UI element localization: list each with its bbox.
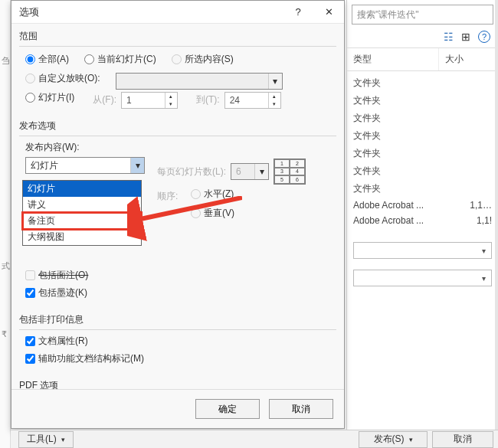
chevron-down-icon[interactable]: ▾ (165, 100, 177, 108)
explorer-iconbar: ☷ ⊞ ? (347, 25, 498, 47)
scrollbar[interactable] (495, 0, 498, 448)
list-item[interactable]: 文件夹 (347, 127, 498, 145)
help-icon: ? (295, 6, 300, 18)
chevron-down-icon[interactable]: ▾ (477, 244, 490, 257)
chevron-down-icon[interactable]: ▾ (269, 100, 280, 108)
dropdown-option-notes[interactable]: 备注页 (23, 213, 141, 229)
chevron-down-icon: ▾ (61, 436, 65, 443)
range-all-radio[interactable]: 全部(A) (25, 53, 69, 66)
obscured-checkbox: 包括面注(O) (25, 269, 88, 282)
list-item[interactable]: 文件夹 (347, 180, 498, 198)
ok-button[interactable]: 确定 (195, 399, 260, 419)
dialog-title: 选项 (19, 5, 283, 19)
order-horiz-radio: 水平(Z) (191, 188, 234, 201)
range-current-radio[interactable]: 当前幻灯片(C) (84, 53, 156, 66)
explorer-field-1[interactable]: ▾ (353, 242, 492, 259)
search-input[interactable]: 搜索"课件迭代" (352, 5, 493, 25)
custom-show-combo: ▾ (116, 73, 283, 90)
order-vert-radio: 垂直(V) (191, 207, 234, 220)
dialog-footer: 确定 取消 (11, 389, 344, 428)
pdf-section: PDF 选项 符合 PDF/A 无法嵌入字体情况下显示文本位图(X) (19, 378, 336, 389)
explorer-field-2[interactable]: ▾ (353, 270, 492, 286)
view-icon[interactable]: ☷ (444, 31, 454, 43)
range-legend: 范围 (19, 28, 336, 47)
explorer-columns: 类型 大小 (347, 47, 498, 71)
chevron-down-icon[interactable]: ▾ (477, 271, 490, 285)
custom-show-radio: 自定义放映(O): (25, 72, 100, 85)
dropdown-option-handouts[interactable]: 讲义 (23, 197, 141, 213)
to-input[interactable] (225, 93, 268, 108)
chevron-down-icon: ▾ (268, 74, 282, 89)
publish-content-label: 发布内容(W): (25, 141, 336, 154)
nonprint-legend: 包括非打印信息 (19, 312, 336, 330)
nonprint-section: 包括非打印信息 文档属性(R) 辅助功能文档结构标记(M) (19, 312, 336, 371)
list-item[interactable]: Adobe Acrobat ...1,1! (347, 213, 498, 228)
bottom-toolbar: 工具(L)▾ 发布(S)▾ 取消 (11, 430, 498, 448)
to-spin[interactable]: ▴▾ (224, 92, 281, 109)
chevron-down-icon[interactable]: ▾ (130, 158, 144, 173)
from-input[interactable] (122, 93, 165, 108)
publish-content-dropdown[interactable]: 幻灯片 讲义 备注页 大纲视图 (22, 180, 142, 246)
dropdown-option-outline[interactable]: 大纲视图 (23, 229, 141, 245)
to-label: 到(T): (196, 93, 220, 106)
chevron-up-icon[interactable]: ▴ (269, 93, 280, 100)
help-icon[interactable]: ? (478, 31, 490, 43)
dropdown-option-slides[interactable]: 幻灯片 (23, 181, 141, 197)
include-ink-checkbox[interactable]: 包括墨迹(K) (25, 286, 87, 299)
left-gutter: 刍 式 ₹ (0, 0, 11, 448)
range-section: 范围 全部(A) 当前幻灯片(C) 所选内容(S) (19, 28, 336, 112)
perpage-combo: 6 ▾ (231, 163, 269, 180)
help-button[interactable]: ? (283, 1, 313, 24)
list-item[interactable]: 文件夹 (347, 145, 498, 162)
chevron-down-icon: ▾ (254, 164, 268, 179)
tools-button[interactable]: 工具(L)▾ (18, 431, 74, 448)
list-item[interactable]: Adobe Acrobat ...1,1… (347, 198, 498, 213)
order-label: 顺序: (157, 190, 186, 203)
pdf-legend: PDF 选项 (19, 378, 336, 389)
list-item[interactable]: 文件夹 (347, 162, 498, 180)
publish-legend: 发布选项 (19, 118, 336, 136)
chevron-down-icon: ▾ (409, 436, 413, 443)
range-slides-radio[interactable]: 幻灯片(I) (25, 91, 74, 104)
list-item[interactable]: 文件夹 (347, 92, 498, 110)
from-label: 从(F): (93, 93, 116, 106)
close-icon: ✕ (325, 6, 333, 18)
tree-icon[interactable]: ⊞ (461, 31, 470, 43)
explorer-list: 文件夹文件夹文件夹文件夹文件夹文件夹文件夹Adobe Acrobat ...1,… (347, 71, 498, 231)
list-item[interactable]: 文件夹 (347, 74, 498, 92)
dialog-titlebar: 选项 ? ✕ (11, 1, 344, 24)
range-selection-radio: 所选内容(S) (172, 53, 234, 66)
col-size[interactable]: 大小 (439, 48, 498, 70)
col-type[interactable]: 类型 (347, 48, 439, 70)
from-spin[interactable]: ▴▾ (121, 92, 178, 109)
cancel-button[interactable]: 取消 (269, 399, 333, 419)
list-item[interactable]: 文件夹 (347, 110, 498, 127)
chevron-up-icon[interactable]: ▴ (165, 93, 177, 100)
file-explorer: 搜索"课件迭代" ☷ ⊞ ? 类型 大小 文件夹文件夹文件夹文件夹文件夹文件夹文… (346, 0, 498, 448)
a11y-tags-checkbox[interactable]: 辅助功能文档结构标记(M) (25, 352, 144, 365)
search-placeholder: 搜索"课件迭代" (357, 8, 419, 21)
slides-layout-icon: 12 34 56 (274, 159, 306, 185)
publish-button[interactable]: 发布(S)▾ (359, 431, 428, 448)
close-button[interactable]: ✕ (313, 1, 344, 24)
publish-content-combo[interactable]: 幻灯片 ▾ (25, 157, 145, 174)
perpage-label: 每页幻灯片数(L): (157, 165, 226, 178)
bottom-cancel-button[interactable]: 取消 (432, 431, 493, 448)
docprops-checkbox[interactable]: 文档属性(R) (25, 335, 88, 348)
